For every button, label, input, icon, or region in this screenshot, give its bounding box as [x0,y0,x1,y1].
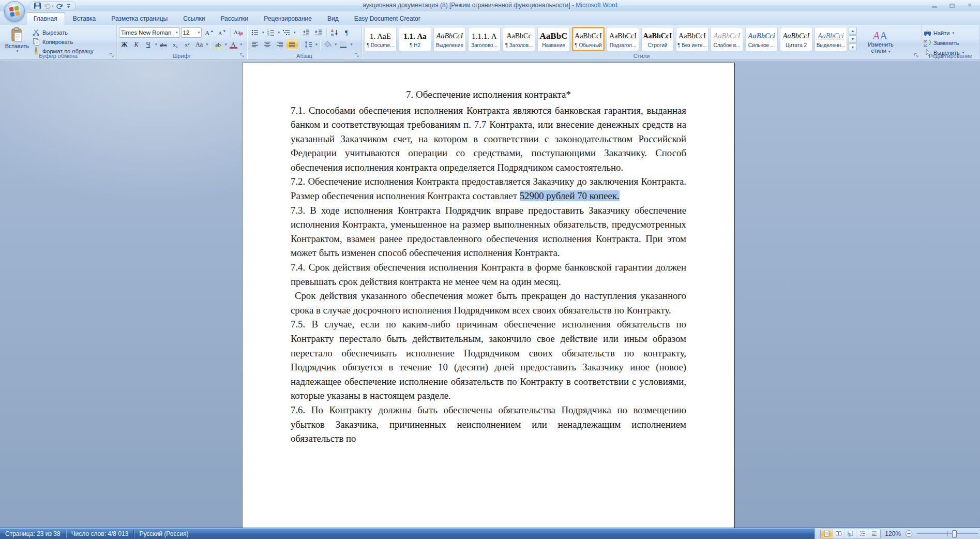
document-paragraph-4[interactable]: 7.4. Срок действия обеспечения исполнени… [291,260,686,289]
numbering-button[interactable]: 1.2.3. [265,27,277,38]
fullscreen-reading-view-button[interactable] [833,529,845,538]
styles-more-button[interactable]: ▼ [849,43,857,51]
style-card-6[interactable]: AaBbCНазвание [537,27,570,51]
numbering-dropdown-icon[interactable]: ▾ [278,31,280,35]
qat-customize-button[interactable] [66,3,71,9]
style-card-1[interactable]: 1. AaE¶ Docume... [364,27,397,51]
styles-scroll-down-button[interactable]: ▼ [849,35,857,43]
font-size-dropdown-icon[interactable]: ▾ [198,31,200,35]
document-paragraph-7[interactable]: 7.6. По Контракту должны быть обеспечены… [291,403,686,446]
grow-font-button[interactable]: A [203,27,215,38]
align-left-button[interactable] [249,39,261,50]
shrink-font-button[interactable]: A [216,27,228,38]
shading-button[interactable] [322,39,334,50]
clear-formatting-button[interactable]: Aa [233,27,245,38]
font-dialog-launcher[interactable] [239,53,245,58]
close-button[interactable]: × [962,2,977,9]
document-paragraph-3[interactable]: 7.3. В ходе исполнения Контракта Подрядч… [291,203,686,260]
undo-dropdown-icon[interactable]: ▾ [52,4,54,8]
styles-dialog-launcher[interactable] [914,53,919,58]
zoom-slider-thumb[interactable] [952,530,957,538]
style-card-13[interactable]: AaBbCcIЦитата 2 [780,27,812,51]
style-card-3[interactable]: AaBbCcIВыделение [433,27,466,51]
replace-button[interactable]: abacЗаменить [924,38,977,47]
style-card-10[interactable]: AaBbCcI¶ Без инте... [676,27,708,51]
font-size-combo[interactable]: 12▾ [181,27,202,38]
show-marks-button[interactable]: ¶ [341,27,352,38]
tab-6[interactable]: Рецензирование [256,12,320,25]
font-family-combo[interactable]: Times New Roman▾ [119,27,180,38]
cut-button[interactable]: Вырезать [32,28,94,37]
style-card-12[interactable]: AaBbCciСильное ... [745,27,778,51]
align-center-button[interactable] [262,39,273,50]
style-card-7[interactable]: AaBbCcI¶ Обычный [572,27,605,51]
status-page-indicator[interactable]: Страница: 23 из 38 [0,528,66,539]
document-heading[interactable]: 7. Обеспечение исполнения контракта* [291,87,686,102]
tab-2[interactable]: Вставка [65,12,104,25]
superscript-button[interactable]: x² [182,39,193,50]
tab-1[interactable]: Главная [26,12,65,25]
style-card-9[interactable]: AaBbCcIСтрогий [641,27,674,51]
find-button[interactable]: Найти▾ [924,28,977,37]
justify-button[interactable] [287,39,298,50]
font-family-dropdown-icon[interactable]: ▾ [176,31,178,35]
shading-dropdown-icon[interactable]: ▾ [335,42,337,47]
selected-text[interactable]: 52900 рублей 70 копеек. [520,190,620,201]
highlight-button[interactable]: ab [213,39,223,50]
document-paragraph-6[interactable]: 7.5. В случае, если по каким-либо причин… [291,317,686,403]
status-word-count[interactable]: Число слов: 4/8 013 [66,528,134,539]
bold-button[interactable]: Ж [119,39,130,50]
tab-7[interactable]: Вид [320,12,346,25]
highlight-dropdown-icon[interactable]: ▾ [225,42,227,47]
restore-button[interactable] [945,2,959,9]
strikethrough-button[interactable]: abc [158,39,169,50]
increase-indent-button[interactable] [313,27,324,38]
status-language[interactable]: Русский (Россия) [134,528,193,539]
borders-dropdown-icon[interactable]: ▾ [351,42,353,47]
minimize-button[interactable] [927,2,942,9]
underline-dropdown-icon[interactable]: ▾ [155,42,157,47]
align-right-button[interactable] [274,39,285,50]
tab-8[interactable]: Easy Document Creator [346,12,428,25]
subscript-button[interactable]: x₂ [170,39,181,50]
styles-scroll-up-button[interactable]: ▲ [849,27,857,35]
style-card-8[interactable]: AaBbCcIПодзагол... [607,27,639,51]
clipboard-dialog-launcher[interactable] [109,53,115,58]
paragraph-dialog-launcher[interactable] [354,53,360,58]
find-dropdown-icon[interactable]: ▾ [952,31,954,35]
change-case-button[interactable]: Aa [194,39,205,50]
bullets-button[interactable] [249,27,261,38]
font-color-dropdown-icon[interactable]: ▾ [240,42,243,47]
underline-button[interactable]: Ч [143,39,154,50]
style-card-5[interactable]: AaBbCc¶ Заголов... [503,27,535,51]
style-card-4[interactable]: 1.1.1. АЗаголово... [468,27,501,51]
multilevel-list-button[interactable] [281,27,292,38]
line-spacing-dropdown-icon[interactable]: ▾ [315,42,318,47]
title-bar[interactable]: аукционная документация (8) [Режим огран… [0,0,980,11]
copy-button[interactable]: Копировать [32,38,94,46]
outline-view-button[interactable] [856,529,868,538]
document-paragraph-5[interactable]: Срок действия указанного обеспечения мож… [291,289,686,317]
change-styles-button[interactable]: AA Изменитьстили ▾ [861,26,900,55]
tab-5[interactable]: Рассылки [213,12,256,25]
zoom-slider[interactable] [917,529,978,538]
draft-view-button[interactable] [868,529,880,538]
font-color-button[interactable]: А [228,39,239,50]
redo-button[interactable] [56,2,64,10]
document-paragraph-1[interactable]: 7.1. Способами обеспечения исполнения Ко… [291,103,686,175]
paste-button[interactable]: Вставить ▾ [2,26,32,52]
decrease-indent-button[interactable] [300,27,312,38]
tab-4[interactable]: Ссылки [175,12,213,25]
undo-button[interactable]: ▾ [43,2,54,10]
document-paragraph-2[interactable]: 7.2. Обеспечение исполнения Контракта пр… [291,174,686,203]
document-body[interactable]: 7.1. Способами обеспечения исполнения Ко… [291,103,686,446]
zoom-level[interactable]: 120% [885,530,901,537]
bullets-dropdown-icon[interactable]: ▾ [262,31,264,35]
print-layout-view-button[interactable] [821,529,833,538]
style-card-11[interactable]: AaBbCcIСлабое в... [711,27,743,51]
style-card-14[interactable]: AaBbCciВыделенн... [815,27,847,51]
zoom-out-button[interactable] [905,530,913,537]
office-button[interactable] [4,1,25,22]
sort-button[interactable]: АЯ [329,27,340,38]
save-button[interactable] [34,2,41,10]
